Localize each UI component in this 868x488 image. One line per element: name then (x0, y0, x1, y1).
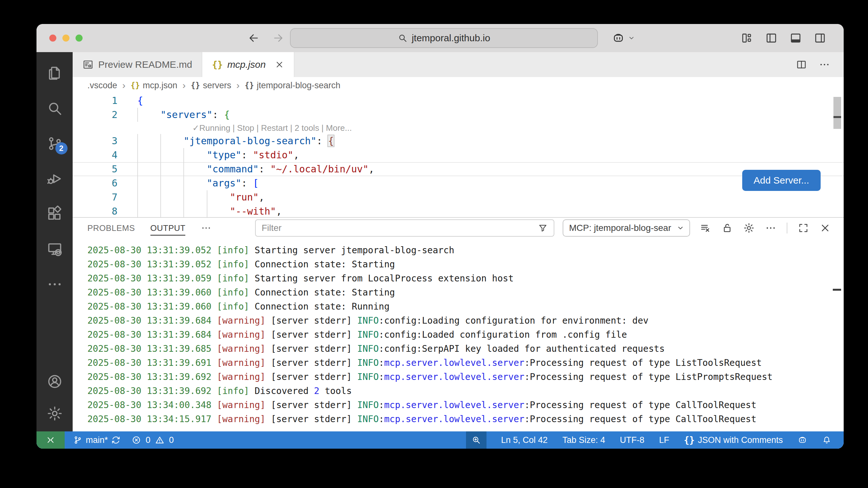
indent-guide (160, 162, 183, 176)
cursor-position[interactable]: Ln 5, Col 42 (501, 435, 548, 445)
codelens-actions[interactable]: ✓Running | Stop | Restart | 2 tools | Mo… (73, 122, 844, 134)
log-token: [warning] (217, 344, 271, 354)
sidebar-item-explorer[interactable] (46, 65, 63, 82)
log-token: Connection state: Starting (255, 287, 395, 298)
output-scrollbar-mark (833, 289, 841, 291)
breadcrumb-item[interactable]: {}servers (191, 80, 231, 91)
close-icon[interactable] (275, 60, 284, 69)
branch-status[interactable]: main* (73, 435, 121, 445)
output-log-row: 2025-08-30 13:31:39.060 [info] Connectio… (87, 286, 844, 300)
output-log-row: 2025-08-30 13:31:39.684 [warning] [serve… (87, 328, 844, 342)
output-log-row: 2025-08-30 13:31:39.052 [info] Starting … (87, 243, 844, 257)
sidebar-item-more[interactable] (46, 276, 63, 293)
status-bar: main* 0 0 Ln 5, Col 42 Tab Size: 4 UTF-8… (36, 431, 844, 449)
notifications-bell-icon[interactable] (822, 435, 832, 445)
clear-output-icon[interactable] (700, 222, 711, 234)
back-arrow-icon[interactable] (248, 32, 260, 44)
remote-indicator-icon (46, 435, 55, 445)
customize-layout-icon[interactable] (741, 32, 753, 44)
filter-funnel-icon[interactable] (538, 223, 548, 233)
sidebar-item-source-control[interactable]: 2 (46, 135, 63, 152)
editor-tab-bar: Preview README.md{}mcp.json (73, 52, 844, 77)
log-token: [server stderr] (271, 358, 357, 368)
output-log-row: 2025-08-30 13:31:39.692 [info] Discovere… (87, 384, 844, 398)
panel-more-actions-icon[interactable] (765, 222, 776, 234)
code-line-content: "args": [ (121, 176, 258, 190)
log-token: [info] (217, 273, 255, 284)
forward-arrow-icon[interactable] (272, 32, 284, 44)
code-token: { (137, 95, 143, 106)
problems-status[interactable]: 0 0 (131, 435, 174, 445)
log-token: : (379, 358, 384, 368)
panel-more-tabs-icon[interactable] (201, 223, 212, 233)
output-log[interactable]: 2025-08-30 13:31:39.052 [info] Starting … (73, 238, 844, 431)
log-token: [info] (217, 245, 255, 256)
sidebar-item-run-debug[interactable] (46, 170, 63, 187)
code-line-content: "--with", (121, 204, 282, 217)
minimize-window-button[interactable] (62, 35, 69, 41)
language-mode[interactable]: {} JSON with Comments (684, 435, 783, 446)
error-count: 0 (146, 435, 150, 445)
copilot-status-icon[interactable] (798, 435, 807, 445)
ellipsis-icon (46, 276, 63, 293)
code-token: , (368, 163, 374, 174)
warning-count: 0 (169, 435, 174, 445)
remote-indicator[interactable] (36, 431, 65, 449)
line-number: 7 (73, 190, 121, 204)
breadcrumb-item[interactable]: .vscode (87, 80, 117, 91)
json-braces-icon: {} (131, 81, 140, 90)
split-editor-icon[interactable] (796, 59, 807, 70)
sidebar-item-extensions[interactable] (46, 206, 63, 222)
panel-tab-problems[interactable]: PROBLEMS (87, 218, 135, 238)
account-icon (46, 373, 63, 390)
output-channel-select[interactable]: MCP: jtemporal-blog-sear (563, 219, 690, 237)
breadcrumb-item[interactable]: {}mcp.json (131, 80, 177, 91)
indent-guide (137, 108, 160, 122)
sidebar-item-search[interactable] (46, 100, 63, 117)
tab-mcp-json[interactable]: {}mcp.json (202, 52, 294, 77)
output-settings-gear-icon[interactable] (743, 222, 755, 234)
url-bar[interactable]: jtemporal.github.io (290, 28, 598, 48)
sidebar-item-settings[interactable] (46, 405, 63, 422)
filter-input[interactable] (261, 223, 538, 233)
close-panel-icon[interactable] (819, 222, 831, 234)
panel-tab-output[interactable]: OUTPUT (150, 218, 186, 238)
log-token: Connection state: Running (255, 301, 390, 312)
json-braces-icon: {} (191, 81, 200, 90)
sync-icon (111, 435, 121, 445)
sidebar-item-remote-explorer[interactable] (46, 241, 63, 257)
indent-guide (183, 176, 207, 190)
toggle-secondary-sidebar-icon[interactable] (814, 32, 827, 44)
eol[interactable]: LF (659, 435, 669, 445)
log-token: 2025-08-30 13:31:39.060 (87, 287, 217, 298)
titlebar: jtemporal.github.io (36, 24, 844, 52)
unlock-scroll-icon[interactable] (721, 222, 733, 234)
add-server-button[interactable]: Add Server... (742, 170, 820, 191)
encoding[interactable]: UTF-8 (620, 435, 645, 445)
editor-more-actions-icon[interactable] (819, 59, 830, 70)
toggle-panel-icon[interactable] (789, 32, 802, 44)
language-label: JSON with Comments (698, 435, 783, 445)
indent-guide (160, 190, 183, 204)
code-editor[interactable]: 1{2"servers": {✓Running | Stop | Restart… (73, 94, 844, 217)
copilot-menu[interactable] (612, 24, 636, 52)
sidebar-item-account[interactable] (46, 373, 63, 390)
code-line-content: "run", (121, 190, 265, 204)
indent-guide (183, 162, 207, 176)
close-window-button[interactable] (49, 35, 56, 41)
search-icon (398, 33, 408, 43)
tab-preview-readme-md[interactable]: Preview README.md (73, 52, 202, 77)
tab-size[interactable]: Tab Size: 4 (562, 435, 605, 445)
screencast-zoom-indicator[interactable] (466, 431, 487, 449)
code-line-content: "command": "~/.local/bin/uv", (121, 162, 374, 176)
output-log-row: 2025-08-30 13:31:39.692 [warning] [serve… (87, 370, 844, 384)
code-line: 7"run", (73, 190, 844, 204)
breadcrumb-label: servers (203, 80, 231, 91)
breadcrumb-item[interactable]: {}jtemporal-blog-search (245, 80, 340, 91)
code-token: : (316, 135, 328, 147)
toggle-primary-sidebar-icon[interactable] (765, 32, 778, 44)
editor-scrollbar[interactable] (833, 97, 841, 129)
zoom-window-button[interactable] (75, 35, 83, 41)
maximize-panel-icon[interactable] (798, 222, 809, 234)
error-icon (131, 435, 141, 445)
